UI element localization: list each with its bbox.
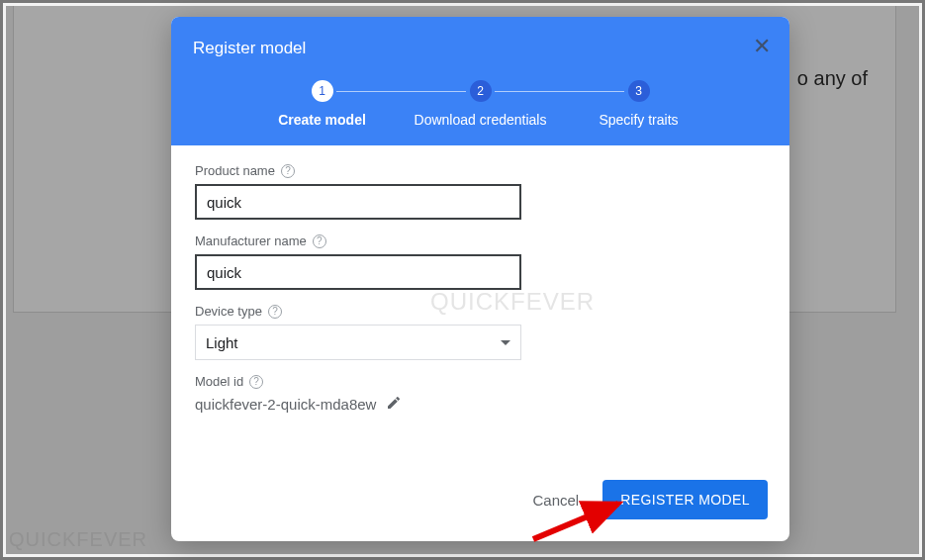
device-type-select[interactable]: Light bbox=[195, 325, 521, 360]
model-id-field-group: Model id ? quickfever-2-quick-mda8ew bbox=[195, 374, 766, 414]
manufacturer-name-label: Manufacturer name ? bbox=[195, 233, 766, 248]
model-id-value: quickfever-2-quick-mda8ew bbox=[195, 396, 376, 413]
help-icon[interactable]: ? bbox=[268, 305, 282, 319]
step-connector bbox=[495, 91, 624, 92]
step-number: 2 bbox=[470, 80, 492, 102]
label-text: Manufacturer name bbox=[195, 233, 307, 248]
manufacturer-name-field-group: Manufacturer name ? bbox=[195, 233, 766, 290]
step-label: Create model bbox=[278, 112, 366, 128]
label-text: Device type bbox=[195, 304, 262, 319]
select-value: Light bbox=[206, 334, 238, 351]
step-connector bbox=[336, 91, 466, 92]
register-model-dialog: Register model ✕ 1 Create model 2 Downlo… bbox=[171, 17, 789, 541]
help-icon[interactable]: ? bbox=[281, 164, 295, 178]
stepper: 1 Create model 2 Download credentials 3 … bbox=[193, 80, 768, 128]
step-create-model[interactable]: 1 Create model bbox=[243, 80, 402, 128]
step-download-credentials[interactable]: 2 Download credentials bbox=[402, 80, 560, 128]
product-name-field-group: Product name ? bbox=[195, 163, 766, 220]
step-number: 1 bbox=[312, 80, 333, 102]
label-text: Product name bbox=[195, 163, 275, 178]
label-text: Model id bbox=[195, 374, 243, 389]
dialog-title: Register model bbox=[193, 39, 768, 58]
product-name-label: Product name ? bbox=[195, 163, 766, 178]
step-label: Download credentials bbox=[415, 112, 547, 128]
close-button[interactable]: ✕ bbox=[748, 33, 776, 60]
device-type-field-group: Device type ? Light bbox=[195, 304, 766, 360]
help-icon[interactable]: ? bbox=[249, 375, 263, 389]
chevron-down-icon bbox=[501, 340, 510, 345]
device-type-label: Device type ? bbox=[195, 304, 766, 319]
step-specify-traits[interactable]: 3 Specify traits bbox=[560, 80, 718, 128]
model-id-label: Model id ? bbox=[195, 374, 766, 389]
dialog-body: Product name ? Manufacturer name ? Devic… bbox=[171, 145, 789, 437]
pencil-icon bbox=[386, 395, 402, 411]
step-number: 3 bbox=[628, 80, 650, 102]
product-name-input[interactable] bbox=[195, 184, 521, 220]
dialog-footer: Cancel REGISTER MODEL bbox=[532, 480, 768, 519]
manufacturer-name-input[interactable] bbox=[195, 254, 521, 290]
edit-model-id-button[interactable] bbox=[386, 395, 402, 414]
close-icon: ✕ bbox=[753, 34, 771, 59]
help-icon[interactable]: ? bbox=[313, 234, 326, 248]
cancel-button[interactable]: Cancel bbox=[532, 492, 579, 509]
step-label: Specify traits bbox=[599, 112, 678, 128]
dialog-header: Register model ✕ 1 Create model 2 Downlo… bbox=[171, 17, 789, 145]
app-stage: o any of QUICKFEVER Register model ✕ 1 C… bbox=[0, 0, 925, 560]
register-model-button[interactable]: REGISTER MODEL bbox=[602, 480, 768, 519]
